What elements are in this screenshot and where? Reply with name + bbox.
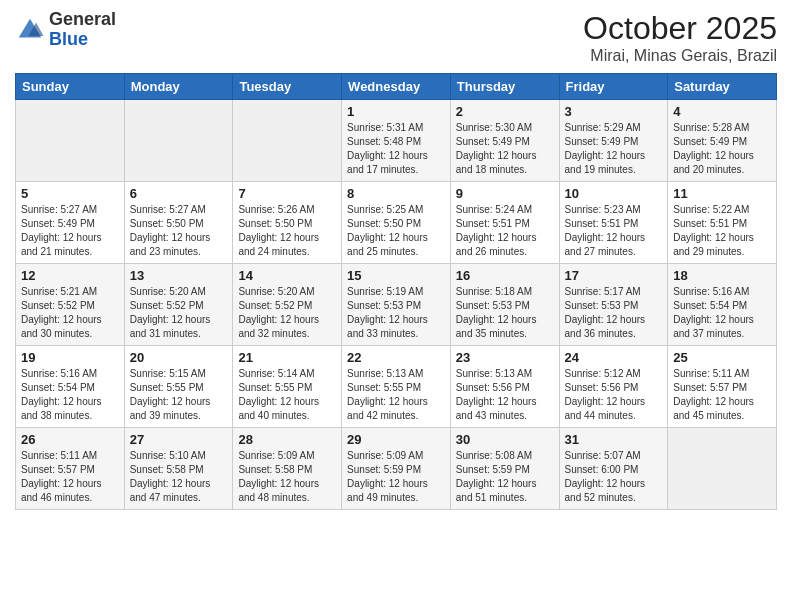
day-info: Sunrise: 5:22 AMSunset: 5:51 PMDaylight:… <box>673 203 771 259</box>
day-number: 9 <box>456 186 554 201</box>
day-info: Sunrise: 5:18 AMSunset: 5:53 PMDaylight:… <box>456 285 554 341</box>
calendar-week-row: 5Sunrise: 5:27 AMSunset: 5:49 PMDaylight… <box>16 182 777 264</box>
day-info: Sunrise: 5:27 AMSunset: 5:50 PMDaylight:… <box>130 203 228 259</box>
day-info: Sunrise: 5:09 AMSunset: 5:59 PMDaylight:… <box>347 449 445 505</box>
day-number: 16 <box>456 268 554 283</box>
calendar-cell: 22Sunrise: 5:13 AMSunset: 5:55 PMDayligh… <box>342 346 451 428</box>
day-number: 11 <box>673 186 771 201</box>
day-info: Sunrise: 5:30 AMSunset: 5:49 PMDaylight:… <box>456 121 554 177</box>
day-number: 7 <box>238 186 336 201</box>
day-number: 17 <box>565 268 663 283</box>
calendar-cell: 16Sunrise: 5:18 AMSunset: 5:53 PMDayligh… <box>450 264 559 346</box>
day-number: 4 <box>673 104 771 119</box>
calendar-cell: 28Sunrise: 5:09 AMSunset: 5:58 PMDayligh… <box>233 428 342 510</box>
day-number: 31 <box>565 432 663 447</box>
day-number: 3 <box>565 104 663 119</box>
calendar-cell: 5Sunrise: 5:27 AMSunset: 5:49 PMDaylight… <box>16 182 125 264</box>
logo-icon <box>15 15 45 45</box>
calendar-cell: 8Sunrise: 5:25 AMSunset: 5:50 PMDaylight… <box>342 182 451 264</box>
day-number: 19 <box>21 350 119 365</box>
day-number: 29 <box>347 432 445 447</box>
day-number: 1 <box>347 104 445 119</box>
day-info: Sunrise: 5:12 AMSunset: 5:56 PMDaylight:… <box>565 367 663 423</box>
calendar-cell: 2Sunrise: 5:30 AMSunset: 5:49 PMDaylight… <box>450 100 559 182</box>
calendar-week-row: 1Sunrise: 5:31 AMSunset: 5:48 PMDaylight… <box>16 100 777 182</box>
calendar-cell: 6Sunrise: 5:27 AMSunset: 5:50 PMDaylight… <box>124 182 233 264</box>
location-title: Mirai, Minas Gerais, Brazil <box>583 47 777 65</box>
day-number: 20 <box>130 350 228 365</box>
calendar-cell: 3Sunrise: 5:29 AMSunset: 5:49 PMDaylight… <box>559 100 668 182</box>
day-info: Sunrise: 5:24 AMSunset: 5:51 PMDaylight:… <box>456 203 554 259</box>
day-number: 23 <box>456 350 554 365</box>
day-number: 15 <box>347 268 445 283</box>
calendar-week-row: 19Sunrise: 5:16 AMSunset: 5:54 PMDayligh… <box>16 346 777 428</box>
weekday-header: Tuesday <box>233 74 342 100</box>
weekday-header: Monday <box>124 74 233 100</box>
day-info: Sunrise: 5:08 AMSunset: 5:59 PMDaylight:… <box>456 449 554 505</box>
day-number: 22 <box>347 350 445 365</box>
day-number: 8 <box>347 186 445 201</box>
calendar-cell <box>668 428 777 510</box>
day-info: Sunrise: 5:11 AMSunset: 5:57 PMDaylight:… <box>21 449 119 505</box>
day-number: 6 <box>130 186 228 201</box>
day-number: 28 <box>238 432 336 447</box>
day-number: 5 <box>21 186 119 201</box>
calendar-cell: 25Sunrise: 5:11 AMSunset: 5:57 PMDayligh… <box>668 346 777 428</box>
calendar-cell: 30Sunrise: 5:08 AMSunset: 5:59 PMDayligh… <box>450 428 559 510</box>
calendar-cell: 31Sunrise: 5:07 AMSunset: 6:00 PMDayligh… <box>559 428 668 510</box>
calendar-cell: 17Sunrise: 5:17 AMSunset: 5:53 PMDayligh… <box>559 264 668 346</box>
header: General Blue October 2025 Mirai, Minas G… <box>15 10 777 65</box>
day-info: Sunrise: 5:09 AMSunset: 5:58 PMDaylight:… <box>238 449 336 505</box>
weekday-header: Wednesday <box>342 74 451 100</box>
day-info: Sunrise: 5:14 AMSunset: 5:55 PMDaylight:… <box>238 367 336 423</box>
day-info: Sunrise: 5:28 AMSunset: 5:49 PMDaylight:… <box>673 121 771 177</box>
calendar-cell: 13Sunrise: 5:20 AMSunset: 5:52 PMDayligh… <box>124 264 233 346</box>
day-info: Sunrise: 5:10 AMSunset: 5:58 PMDaylight:… <box>130 449 228 505</box>
day-info: Sunrise: 5:16 AMSunset: 5:54 PMDaylight:… <box>673 285 771 341</box>
calendar-cell <box>233 100 342 182</box>
day-number: 26 <box>21 432 119 447</box>
calendar-cell: 12Sunrise: 5:21 AMSunset: 5:52 PMDayligh… <box>16 264 125 346</box>
day-info: Sunrise: 5:20 AMSunset: 5:52 PMDaylight:… <box>130 285 228 341</box>
calendar-cell: 4Sunrise: 5:28 AMSunset: 5:49 PMDaylight… <box>668 100 777 182</box>
calendar-cell: 11Sunrise: 5:22 AMSunset: 5:51 PMDayligh… <box>668 182 777 264</box>
day-number: 24 <box>565 350 663 365</box>
day-info: Sunrise: 5:23 AMSunset: 5:51 PMDaylight:… <box>565 203 663 259</box>
calendar-table: SundayMondayTuesdayWednesdayThursdayFrid… <box>15 73 777 510</box>
calendar-week-row: 26Sunrise: 5:11 AMSunset: 5:57 PMDayligh… <box>16 428 777 510</box>
day-info: Sunrise: 5:19 AMSunset: 5:53 PMDaylight:… <box>347 285 445 341</box>
calendar-cell: 23Sunrise: 5:13 AMSunset: 5:56 PMDayligh… <box>450 346 559 428</box>
day-info: Sunrise: 5:07 AMSunset: 6:00 PMDaylight:… <box>565 449 663 505</box>
weekday-header: Sunday <box>16 74 125 100</box>
logo-text: General Blue <box>49 10 116 50</box>
calendar-cell: 26Sunrise: 5:11 AMSunset: 5:57 PMDayligh… <box>16 428 125 510</box>
day-info: Sunrise: 5:15 AMSunset: 5:55 PMDaylight:… <box>130 367 228 423</box>
day-info: Sunrise: 5:29 AMSunset: 5:49 PMDaylight:… <box>565 121 663 177</box>
day-info: Sunrise: 5:26 AMSunset: 5:50 PMDaylight:… <box>238 203 336 259</box>
calendar-cell: 21Sunrise: 5:14 AMSunset: 5:55 PMDayligh… <box>233 346 342 428</box>
page-container: General Blue October 2025 Mirai, Minas G… <box>0 0 792 520</box>
calendar-cell: 9Sunrise: 5:24 AMSunset: 5:51 PMDaylight… <box>450 182 559 264</box>
calendar-cell: 14Sunrise: 5:20 AMSunset: 5:52 PMDayligh… <box>233 264 342 346</box>
calendar-cell: 7Sunrise: 5:26 AMSunset: 5:50 PMDaylight… <box>233 182 342 264</box>
day-number: 12 <box>21 268 119 283</box>
day-info: Sunrise: 5:11 AMSunset: 5:57 PMDaylight:… <box>673 367 771 423</box>
calendar-cell: 27Sunrise: 5:10 AMSunset: 5:58 PMDayligh… <box>124 428 233 510</box>
day-number: 14 <box>238 268 336 283</box>
day-info: Sunrise: 5:17 AMSunset: 5:53 PMDaylight:… <box>565 285 663 341</box>
day-number: 27 <box>130 432 228 447</box>
calendar-cell <box>16 100 125 182</box>
title-area: October 2025 Mirai, Minas Gerais, Brazil <box>583 10 777 65</box>
calendar-cell: 10Sunrise: 5:23 AMSunset: 5:51 PMDayligh… <box>559 182 668 264</box>
weekday-header: Saturday <box>668 74 777 100</box>
weekday-header-row: SundayMondayTuesdayWednesdayThursdayFrid… <box>16 74 777 100</box>
day-info: Sunrise: 5:13 AMSunset: 5:56 PMDaylight:… <box>456 367 554 423</box>
day-number: 2 <box>456 104 554 119</box>
logo-blue-text: Blue <box>49 29 88 49</box>
day-info: Sunrise: 5:31 AMSunset: 5:48 PMDaylight:… <box>347 121 445 177</box>
calendar-cell: 29Sunrise: 5:09 AMSunset: 5:59 PMDayligh… <box>342 428 451 510</box>
calendar-cell: 20Sunrise: 5:15 AMSunset: 5:55 PMDayligh… <box>124 346 233 428</box>
calendar-cell: 18Sunrise: 5:16 AMSunset: 5:54 PMDayligh… <box>668 264 777 346</box>
day-number: 25 <box>673 350 771 365</box>
day-number: 10 <box>565 186 663 201</box>
